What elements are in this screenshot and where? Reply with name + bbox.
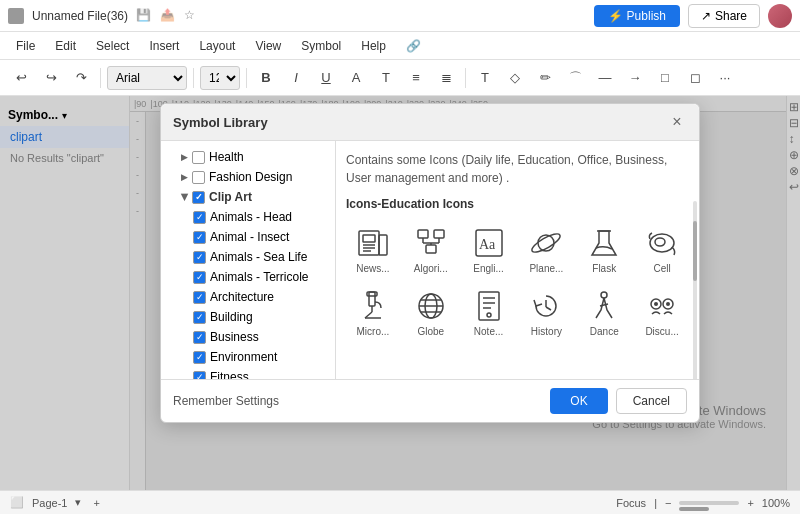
symbol-item-flask[interactable]: Flask [577, 219, 631, 278]
flask-icon [584, 223, 624, 263]
tree-label-building: Building [210, 310, 253, 324]
tree-item-animal-insect[interactable]: Animal - Insect [161, 227, 335, 247]
underline-button[interactable]: U [313, 65, 339, 91]
font-family-select[interactable]: Arial [107, 66, 187, 90]
checkbox-clipart[interactable] [192, 191, 205, 204]
bold-button[interactable]: B [253, 65, 279, 91]
symbol-item-english[interactable]: Aa Engli... [462, 219, 516, 278]
symbol-item-globe[interactable]: Globe [404, 282, 458, 341]
modal-footer: Remember Settings OK Cancel [161, 379, 699, 422]
tree-item-business[interactable]: Business [161, 327, 335, 347]
checkbox-fitness[interactable] [193, 371, 206, 380]
tree-label-animals-head: Animals - Head [210, 210, 292, 224]
shape2-button[interactable]: ◻ [682, 65, 708, 91]
svg-line-39 [600, 304, 608, 306]
menu-edit[interactable]: Edit [47, 37, 84, 55]
tree-item-building[interactable]: Building [161, 307, 335, 327]
share-icon: ↗ [701, 9, 711, 23]
modal-title: Symbol Library [173, 115, 268, 130]
svg-point-38 [601, 292, 607, 298]
menu-select[interactable]: Select [88, 37, 137, 55]
add-page-button[interactable]: + [93, 497, 99, 509]
svg-point-20 [655, 238, 665, 246]
svg-rect-31 [479, 292, 499, 320]
checkbox-animals-head[interactable] [193, 211, 206, 224]
ok-button[interactable]: OK [550, 388, 607, 414]
tree-item-health[interactable]: ▶ Health [161, 147, 335, 167]
tree-label-architecture: Architecture [210, 290, 274, 304]
star-icon[interactable]: ☆ [184, 8, 200, 24]
line-button[interactable]: ✏ [532, 65, 558, 91]
shape-button[interactable]: □ [652, 65, 678, 91]
zoom-slider[interactable] [679, 501, 739, 505]
symbol-item-notebook[interactable]: Note... [462, 282, 516, 341]
zoom-in-button[interactable]: + [747, 497, 753, 509]
menu-layout[interactable]: Layout [191, 37, 243, 55]
symbol-item-planet[interactable]: Plane... [519, 219, 573, 278]
menu-file[interactable]: File [8, 37, 43, 55]
more-button[interactable]: ··· [712, 65, 738, 91]
redo2-button[interactable]: ↷ [68, 65, 94, 91]
undo-button[interactable]: ↩ [8, 65, 34, 91]
color-button[interactable]: A [343, 65, 369, 91]
checkbox-animals-terricole[interactable] [193, 271, 206, 284]
window-title: Unnamed File(36) [32, 9, 128, 23]
checkbox-health[interactable] [192, 151, 205, 164]
zoom-out-button[interactable]: − [665, 497, 671, 509]
symbol-library-modal: Symbol Library × ▶ Health ▶ [160, 103, 700, 423]
fill-button[interactable]: ◇ [502, 65, 528, 91]
avatar[interactable] [768, 4, 792, 28]
symbol-item-dance[interactable]: Dance [577, 282, 631, 341]
arrow-button[interactable]: → [622, 65, 648, 91]
tree-item-fitness[interactable]: Fitness [161, 367, 335, 379]
symbol-item-algorithm[interactable]: Algori... [404, 219, 458, 278]
tree-item-architecture[interactable]: Architecture [161, 287, 335, 307]
checkbox-animal-insect[interactable] [193, 231, 206, 244]
modal-close-button[interactable]: × [667, 112, 687, 132]
scrollbar-thumb[interactable] [693, 221, 697, 281]
publish-button[interactable]: ⚡ Publish [594, 5, 680, 27]
line-style-button[interactable]: — [592, 65, 618, 91]
cancel-button[interactable]: Cancel [616, 388, 687, 414]
menu-view[interactable]: View [247, 37, 289, 55]
checkbox-building[interactable] [193, 311, 206, 324]
redo-button[interactable]: ↪ [38, 65, 64, 91]
list-button[interactable]: ≣ [433, 65, 459, 91]
symbol-item-history[interactable]: History [519, 282, 573, 341]
tree-label-animal-insect: Animal - Insect [210, 230, 289, 244]
checkbox-animals-sea[interactable] [193, 251, 206, 264]
share-button[interactable]: ↗ Share [688, 4, 760, 28]
tree-item-animals-sea[interactable]: Animals - Sea Life [161, 247, 335, 267]
symbol-item-cell[interactable]: Cell [635, 219, 689, 278]
export-icon[interactable]: 📤 [160, 8, 176, 24]
tree-item-fashion[interactable]: ▶ Fashion Design [161, 167, 335, 187]
algorithm-icon [411, 223, 451, 263]
page-label[interactable]: Page-1 [32, 497, 67, 509]
separator-2 [193, 68, 194, 88]
checkbox-fashion[interactable] [192, 171, 205, 184]
tree-label-environment: Environment [210, 350, 277, 364]
menu-extra[interactable]: 🔗 [398, 37, 429, 55]
checkbox-business[interactable] [193, 331, 206, 344]
symbol-item-discussion[interactable]: Discu... [635, 282, 689, 341]
symbol-item-microscope[interactable]: Micro... [346, 282, 400, 341]
tree-item-clipart[interactable]: ▶ Clip Art [161, 187, 335, 207]
text-box-button[interactable]: T [472, 65, 498, 91]
checkbox-environment[interactable] [193, 351, 206, 364]
tree-item-environment[interactable]: Environment [161, 347, 335, 367]
tree-item-animals-head[interactable]: Animals - Head [161, 207, 335, 227]
tree-arrow-fashion: ▶ [181, 172, 188, 182]
font-size-select[interactable]: 12 [200, 66, 240, 90]
save-icon[interactable]: 💾 [136, 8, 152, 24]
symbol-item-newspaper[interactable]: News... [346, 219, 400, 278]
menu-symbol[interactable]: Symbol [293, 37, 349, 55]
checkbox-architecture[interactable] [193, 291, 206, 304]
menu-insert[interactable]: Insert [141, 37, 187, 55]
connector-button[interactable]: ⌒ [562, 65, 588, 91]
align-button[interactable]: ≡ [403, 65, 429, 91]
menu-help[interactable]: Help [353, 37, 394, 55]
tree-item-animals-terricole[interactable]: Animals - Terricole [161, 267, 335, 287]
planet-icon [526, 223, 566, 263]
italic-button[interactable]: I [283, 65, 309, 91]
text-style-button[interactable]: T [373, 65, 399, 91]
